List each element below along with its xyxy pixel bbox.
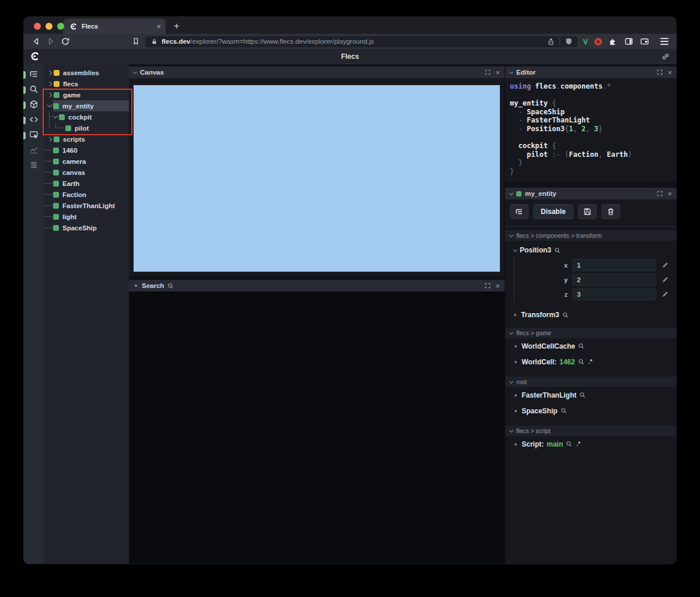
close-tab-icon[interactable]: × — [156, 23, 161, 30]
component-worldcellcache[interactable]: • WorldCellCache — [505, 338, 677, 354]
bookmark-icon[interactable] — [132, 37, 140, 45]
chevron-right-icon[interactable] — [47, 136, 52, 141]
tree-item-light[interactable]: light — [44, 211, 129, 222]
tree-item-1460[interactable]: 1460 — [44, 145, 129, 156]
entity-tree-icon[interactable] — [29, 69, 38, 79]
sidebar-toggle-icon[interactable] — [624, 37, 634, 46]
component-transform3[interactable]: • Transform3 — [505, 309, 677, 321]
tree-item-assemblies[interactable]: assemblies — [44, 67, 129, 78]
chevron-down-icon — [509, 428, 513, 432]
tree-item-flecs[interactable]: flecs — [44, 78, 129, 89]
section-flecs-script[interactable]: flecs > script — [505, 426, 677, 436]
chevron-right-icon[interactable] — [47, 92, 52, 97]
close-icon[interactable]: × — [667, 69, 672, 76]
component-worldcell[interactable]: • WorldCell: 1462 .* — [505, 354, 677, 370]
wildcard-suffix: .* — [576, 441, 580, 447]
component-spaceship[interactable]: • SpaceShip — [505, 403, 677, 419]
tree-item-cockpit[interactable]: cockpit — [44, 111, 129, 122]
query-icon[interactable] — [578, 359, 584, 365]
new-tab-button[interactable]: + — [174, 22, 179, 31]
shield-icon[interactable] — [565, 37, 573, 45]
close-icon[interactable]: × — [495, 282, 500, 290]
search-icon[interactable] — [29, 85, 38, 94]
tree-item-canvas[interactable]: canvas — [44, 167, 129, 178]
chevron-down-icon[interactable] — [53, 114, 58, 118]
edit-pencil-icon[interactable] — [662, 290, 669, 298]
section-root[interactable]: root — [505, 377, 677, 387]
section-flecs-components-transform[interactable]: flecs > components > transform — [505, 230, 677, 241]
inspect-icon[interactable] — [29, 130, 38, 139]
reload-icon[interactable] — [61, 37, 70, 46]
query-icon[interactable] — [579, 392, 586, 398]
tree-item-Faction[interactable]: Faction — [44, 189, 129, 200]
component-fasterthanlight[interactable]: • FasterThanLight — [505, 387, 677, 403]
chevron-down-icon[interactable] — [133, 69, 137, 73]
menu-icon[interactable] — [660, 38, 668, 45]
icon-sidebar — [23, 64, 44, 564]
tree-item-label: cockpit — [68, 114, 92, 121]
expand-icon[interactable] — [485, 69, 491, 75]
tree-view-button[interactable] — [510, 204, 528, 219]
url-bar[interactable]: flecs.dev/explorer/?wasm=https://www.fle… — [145, 36, 578, 47]
bullet-icon: • — [514, 311, 516, 319]
close-icon[interactable]: × — [495, 69, 500, 76]
section-flecs-game[interactable]: flecs > game — [505, 328, 677, 338]
tables-icon[interactable] — [29, 160, 38, 170]
close-icon[interactable]: × — [667, 190, 672, 198]
disable-button[interactable]: Disable — [533, 204, 573, 219]
field-label: x — [514, 262, 568, 269]
position3-fields: x 1 y 2 z 3 — [514, 256, 677, 303]
chevron-down-icon[interactable] — [509, 191, 513, 195]
query-icon[interactable] — [566, 441, 572, 447]
chevron-right-icon[interactable] — [47, 81, 52, 86]
tree-connector — [45, 227, 52, 228]
browser-tab[interactable]: Flecs × — [63, 19, 166, 34]
statistics-icon[interactable] — [29, 145, 38, 154]
wallet-icon[interactable] — [640, 37, 649, 46]
minimize-window-button[interactable] — [46, 23, 52, 30]
query-icon[interactable] — [561, 408, 567, 414]
tree-connector — [45, 183, 52, 184]
chevron-down-icon[interactable] — [509, 69, 513, 73]
red-extension-icon[interactable] — [594, 38, 602, 45]
tree-item-game[interactable]: game — [44, 89, 129, 100]
query-icon[interactable] — [578, 343, 584, 349]
component-name: SpaceShip — [522, 407, 557, 415]
tree-item-pilot[interactable]: pilot — [44, 122, 129, 134]
x-value-input[interactable]: 1 — [572, 259, 656, 271]
zoom-window-button[interactable] — [57, 23, 64, 30]
query-icon[interactable] — [554, 247, 561, 254]
extensions-puzzle-icon[interactable] — [608, 37, 618, 46]
code-editor[interactable]: using flecs.components.* my_entity { - S… — [505, 78, 677, 182]
render-canvas[interactable] — [134, 85, 500, 272]
code-icon[interactable] — [29, 115, 38, 124]
tree-item-scripts[interactable]: scripts — [44, 134, 129, 145]
edit-pencil-icon[interactable] — [662, 261, 669, 269]
tree-item-Earth[interactable]: Earth — [44, 178, 129, 189]
tree-item-camera[interactable]: camera — [44, 156, 129, 167]
search-panel-body[interactable] — [129, 292, 505, 564]
save-button[interactable] — [578, 204, 597, 219]
expand-icon[interactable] — [657, 69, 663, 75]
tree-item-my_entity[interactable]: my_entity — [44, 100, 129, 111]
z-value-input[interactable]: 3 — [572, 288, 656, 300]
entities-cube-icon[interactable] — [29, 100, 38, 109]
tree-item-FasterThanLight[interactable]: FasterThanLight — [44, 200, 129, 211]
expand-icon[interactable] — [485, 283, 491, 289]
share-icon[interactable] — [547, 38, 555, 45]
y-value-input[interactable]: 2 — [572, 273, 656, 286]
edit-pencil-icon[interactable] — [662, 276, 669, 283]
expand-icon[interactable] — [657, 191, 663, 196]
chevron-down-icon[interactable] — [513, 247, 517, 251]
vue-devtools-icon[interactable]: V — [583, 37, 588, 46]
tree-item-SpaceShip[interactable]: SpaceShip — [44, 222, 129, 233]
close-window-button[interactable] — [34, 23, 41, 30]
chevron-down-icon[interactable] — [47, 103, 52, 107]
delete-button[interactable] — [601, 204, 620, 219]
back-icon[interactable] — [32, 37, 41, 46]
query-icon[interactable] — [562, 312, 569, 318]
component-script[interactable]: • Script: main .* — [505, 436, 677, 452]
component-position3[interactable]: Position3 — [505, 244, 677, 256]
forward-icon[interactable] — [46, 37, 55, 46]
chevron-right-icon[interactable] — [47, 70, 52, 75]
